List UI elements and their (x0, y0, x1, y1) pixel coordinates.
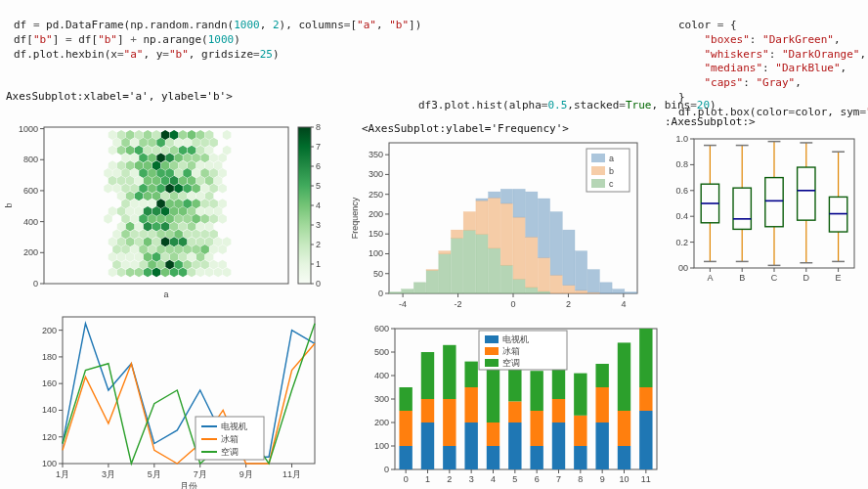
svg-rect-124 (550, 275, 562, 293)
svg-rect-265 (798, 167, 815, 220)
svg-text:2: 2 (316, 240, 321, 249)
svg-rect-182 (399, 411, 412, 446)
svg-rect-136 (591, 154, 605, 162)
svg-rect-102 (452, 239, 463, 293)
svg-rect-208 (595, 422, 608, 469)
svg-rect-114 (500, 189, 512, 203)
svg-rect-187 (443, 446, 456, 469)
svg-text:1月: 1月 (56, 469, 69, 479)
code-hist: df3.plot.hist(alpha=0.5,stacked=True, bi… (418, 84, 716, 113)
svg-rect-34 (63, 317, 315, 464)
svg-text:300: 300 (374, 394, 389, 404)
svg-text:200: 200 (42, 326, 57, 335)
svg-rect-206 (574, 416, 586, 446)
svg-rect-108 (476, 199, 488, 200)
svg-rect-111 (489, 192, 500, 198)
output-hist: <AxesSubplot:ylabel='Frequency'> (362, 122, 569, 135)
svg-text:B: B (739, 273, 745, 283)
svg-rect-110 (489, 198, 500, 248)
svg-text:D: D (803, 273, 810, 283)
svg-text:Frequency: Frequency (350, 197, 360, 239)
svg-rect-140 (591, 179, 605, 188)
svg-text:9月: 9月 (239, 469, 253, 479)
svg-rect-122 (538, 257, 549, 290)
svg-rect-117 (513, 189, 525, 217)
svg-text:冰箱: 冰箱 (502, 346, 520, 356)
svg-text:0: 0 (33, 279, 38, 289)
svg-rect-103 (452, 230, 463, 238)
svg-text:1: 1 (425, 474, 430, 484)
svg-rect-220 (485, 347, 499, 355)
svg-text:8: 8 (578, 474, 583, 484)
svg-text:800: 800 (23, 155, 38, 164)
svg-rect-183 (399, 387, 412, 411)
svg-text:月份: 月份 (180, 481, 197, 489)
svg-text:3: 3 (316, 220, 321, 230)
svg-rect-218 (485, 335, 499, 343)
svg-rect-197 (508, 401, 521, 422)
svg-text:6: 6 (316, 161, 321, 171)
svg-rect-99 (426, 270, 438, 271)
svg-text:11: 11 (641, 474, 651, 484)
svg-text:4: 4 (621, 299, 626, 309)
svg-text:b: b (609, 166, 614, 176)
svg-text:7: 7 (556, 474, 561, 484)
svg-text:160: 160 (42, 378, 57, 388)
svg-text:150: 150 (369, 229, 383, 239)
svg-rect-185 (421, 399, 434, 422)
svg-rect-112 (500, 265, 512, 293)
svg-text:空调: 空调 (502, 358, 520, 368)
svg-text:-4: -4 (399, 299, 407, 309)
svg-rect-115 (513, 279, 525, 293)
svg-rect-222 (485, 359, 499, 367)
svg-text:A: A (707, 273, 713, 283)
svg-text:11月: 11月 (282, 469, 301, 479)
svg-rect-207 (574, 374, 586, 416)
svg-rect-106 (476, 235, 488, 293)
svg-rect-209 (595, 387, 608, 422)
svg-text:电视机: 电视机 (502, 334, 529, 344)
svg-text:1000: 1000 (19, 124, 38, 134)
svg-text:350: 350 (369, 150, 383, 159)
svg-rect-200 (530, 411, 542, 446)
svg-text:400: 400 (23, 217, 38, 227)
svg-rect-134 (625, 292, 636, 293)
svg-text:600: 600 (23, 186, 38, 196)
svg-rect-131 (587, 270, 599, 292)
svg-text:400: 400 (374, 371, 389, 380)
svg-text:a: a (609, 154, 614, 163)
svg-rect-127 (563, 230, 575, 285)
svg-text:0: 0 (384, 465, 389, 474)
svg-text:0.6: 0.6 (675, 186, 688, 196)
svg-rect-189 (443, 345, 456, 399)
svg-rect-199 (530, 446, 542, 469)
svg-text:500: 500 (374, 347, 389, 357)
svg-text:0: 0 (404, 474, 409, 484)
svg-rect-107 (476, 200, 488, 234)
svg-rect-205 (574, 446, 586, 469)
svg-rect-105 (463, 212, 475, 231)
svg-text:200: 200 (23, 247, 38, 257)
svg-rect-100 (439, 254, 451, 293)
svg-rect-132 (600, 283, 612, 293)
svg-rect-15 (298, 127, 311, 284)
svg-rect-196 (508, 422, 521, 469)
svg-rect-211 (618, 446, 630, 469)
svg-rect-125 (550, 212, 562, 276)
svg-text:250: 250 (369, 190, 383, 200)
chart-bar: 010020030040050060001234567891011电视机冰箱空调 (362, 323, 665, 485)
svg-rect-121 (538, 291, 549, 293)
code-hexbin: df = pd.DataFrame(np.random.randn(1000, … (14, 4, 421, 62)
svg-rect-133 (613, 289, 625, 293)
svg-rect-190 (464, 422, 477, 469)
svg-text:电视机: 电视机 (221, 422, 247, 431)
svg-rect-202 (552, 422, 565, 469)
svg-rect-95 (389, 292, 401, 293)
svg-rect-120 (526, 192, 538, 237)
svg-text:6: 6 (535, 474, 540, 484)
svg-text:200: 200 (374, 418, 389, 427)
svg-rect-216 (639, 329, 652, 387)
svg-text:5月: 5月 (148, 469, 161, 479)
svg-text:0: 0 (510, 299, 515, 309)
svg-rect-101 (439, 251, 451, 254)
